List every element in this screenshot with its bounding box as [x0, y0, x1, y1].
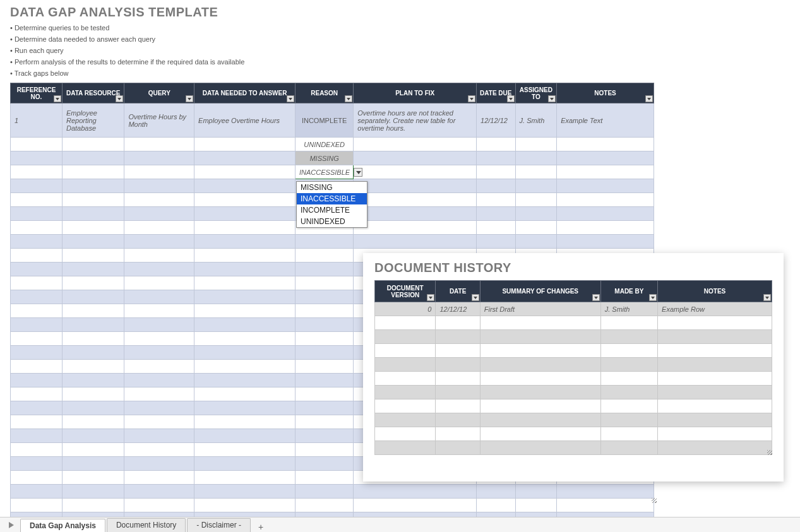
cell[interactable] [477, 165, 516, 179]
cell[interactable] [436, 399, 480, 413]
cell[interactable] [477, 207, 516, 221]
cell[interactable] [296, 471, 354, 485]
cell[interactable] [296, 360, 354, 374]
cell[interactable] [63, 485, 124, 499]
filter-icon[interactable] [345, 95, 352, 102]
cell[interactable] [515, 235, 557, 249]
cell[interactable] [515, 499, 557, 512]
cell[interactable] [354, 165, 477, 179]
table-row[interactable] [11, 235, 654, 249]
cell[interactable] [124, 249, 194, 263]
cell[interactable] [63, 374, 124, 387]
cell[interactable] [480, 316, 600, 330]
cell[interactable] [124, 221, 194, 235]
cell[interactable] [515, 138, 557, 151]
cell[interactable] [63, 471, 124, 485]
cell[interactable] [194, 471, 296, 485]
table-row[interactable] [375, 344, 772, 358]
cell[interactable] [194, 207, 296, 221]
cell[interactable] [124, 457, 194, 471]
add-sheet-button[interactable]: + [252, 522, 270, 532]
table-row[interactable] [375, 399, 772, 413]
table-row[interactable] [375, 358, 772, 372]
cell[interactable] [124, 346, 194, 360]
cell[interactable] [11, 443, 63, 457]
cell[interactable] [296, 263, 354, 276]
cell[interactable] [124, 235, 194, 249]
cell[interactable] [557, 235, 654, 249]
cell[interactable] [63, 249, 124, 263]
cell[interactable] [296, 485, 354, 499]
cell[interactable] [480, 330, 600, 344]
cell[interactable] [354, 151, 477, 165]
cell[interactable] [296, 374, 354, 387]
cell[interactable] [194, 290, 296, 304]
cell[interactable] [194, 318, 296, 332]
cell[interactable] [63, 415, 124, 429]
cell[interactable] [477, 485, 516, 499]
table-row[interactable] [375, 427, 772, 441]
cell[interactable] [124, 304, 194, 318]
filter-icon[interactable] [649, 294, 657, 301]
sheet-tab[interactable]: Document History [107, 518, 186, 532]
cell[interactable] [11, 415, 63, 429]
table-row[interactable]: INACCESSIBLE [11, 165, 654, 179]
cell[interactable] [354, 193, 477, 207]
cell[interactable] [11, 332, 63, 346]
cell[interactable] [296, 276, 354, 290]
table-row[interactable] [375, 330, 772, 344]
cell[interactable] [658, 344, 772, 358]
cell[interactable] [124, 263, 194, 276]
cell[interactable] [194, 360, 296, 374]
cell[interactable] [600, 330, 657, 344]
cell[interactable] [194, 165, 296, 179]
dropdown-option[interactable]: MISSING [297, 182, 367, 193]
cell[interactable] [480, 427, 600, 441]
cell[interactable] [600, 358, 657, 372]
cell[interactable] [11, 263, 63, 276]
cell[interactable] [63, 443, 124, 457]
cell[interactable] [63, 332, 124, 346]
cell[interactable] [63, 207, 124, 221]
col-header-history-notes[interactable]: NOTES [658, 281, 772, 302]
cell[interactable] [63, 165, 124, 179]
cell[interactable] [11, 387, 63, 401]
cell[interactable] [124, 429, 194, 443]
cell[interactable] [600, 344, 657, 358]
cell[interactable]: 12/12/12 [436, 302, 480, 316]
cell[interactable] [354, 138, 477, 151]
col-header-date-due[interactable]: DATE DUE [477, 83, 516, 103]
tab-scroll-right-icon[interactable] [3, 518, 20, 532]
cell[interactable] [63, 221, 124, 235]
cell[interactable] [557, 207, 654, 221]
dropdown-arrow-icon[interactable] [354, 168, 362, 177]
cell[interactable] [11, 290, 63, 304]
cell[interactable] [600, 316, 657, 330]
cell[interactable] [600, 399, 657, 413]
cell[interactable]: Employee Reporting Database [63, 103, 124, 138]
cell[interactable]: Example Text [557, 103, 654, 138]
cell[interactable] [375, 344, 436, 358]
cell[interactable] [124, 387, 194, 401]
cell[interactable] [480, 413, 600, 427]
cell[interactable] [11, 276, 63, 290]
cell[interactable] [194, 457, 296, 471]
cell[interactable]: J. Smith [600, 302, 657, 316]
cell[interactable] [11, 360, 63, 374]
cell[interactable]: UNINDEXED [296, 138, 354, 151]
table-row[interactable] [11, 499, 654, 512]
cell[interactable] [11, 429, 63, 443]
cell[interactable]: MISSING [296, 151, 354, 165]
cell[interactable]: INCOMPLETE [296, 103, 354, 138]
cell[interactable] [124, 193, 194, 207]
cell[interactable] [194, 429, 296, 443]
cell[interactable] [477, 221, 516, 235]
cell[interactable] [63, 401, 124, 415]
cell[interactable] [296, 346, 354, 360]
cell[interactable]: Overtime hours are not tracked separatel… [354, 103, 477, 138]
cell[interactable] [11, 179, 63, 193]
cell[interactable] [11, 165, 63, 179]
cell[interactable] [515, 207, 557, 221]
cell[interactable] [124, 318, 194, 332]
cell[interactable] [296, 235, 354, 249]
